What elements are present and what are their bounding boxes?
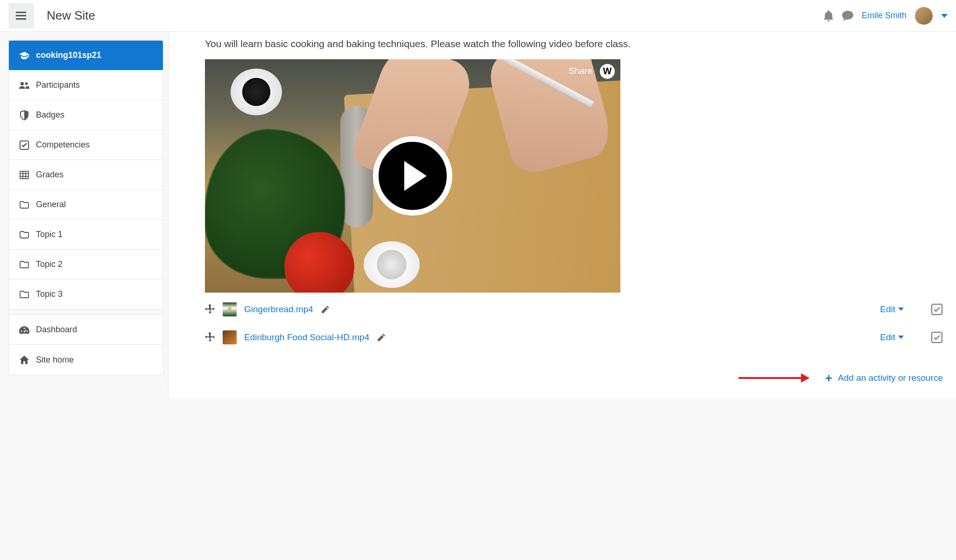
annotation-arrow bbox=[738, 377, 808, 379]
notifications-button[interactable] bbox=[823, 10, 834, 21]
speech-bubble-icon bbox=[842, 11, 853, 21]
svg-rect-6 bbox=[20, 171, 28, 179]
user-menu-name[interactable]: Emile Smith bbox=[862, 11, 907, 21]
video-scene-bowl bbox=[364, 241, 420, 288]
sidebar-item-course[interactable]: cooking101sp21 bbox=[9, 41, 163, 70]
sidebar-item-participants[interactable]: Participants bbox=[9, 70, 163, 100]
svg-rect-12 bbox=[932, 332, 942, 343]
folder-icon bbox=[19, 201, 29, 209]
caret-down-icon bbox=[898, 336, 904, 339]
folder-icon bbox=[19, 291, 29, 298]
tachometer-icon bbox=[19, 326, 29, 334]
checkbox-icon bbox=[931, 331, 943, 343]
video-scene-bowl bbox=[231, 69, 282, 115]
plus-icon: + bbox=[825, 371, 832, 385]
move-icon bbox=[205, 304, 215, 315]
video-provider-logo[interactable]: W bbox=[600, 64, 615, 79]
edit-menu-button[interactable]: Edit bbox=[880, 304, 904, 315]
resource-thumbnail bbox=[223, 302, 237, 316]
shield-icon bbox=[19, 110, 29, 120]
edit-label: Edit bbox=[880, 304, 895, 315]
sidebar-item-label: Participants bbox=[36, 80, 80, 90]
sidebar-item-label: Grades bbox=[36, 170, 63, 180]
pencil-icon bbox=[322, 306, 329, 313]
sidebar-item-label: Competencies bbox=[36, 140, 90, 150]
resource-row: Edinburgh Food Social-HD.mp4 Edit bbox=[205, 326, 943, 349]
user-menu-caret[interactable] bbox=[941, 14, 948, 18]
sidebar-item-site-home[interactable]: Site home bbox=[9, 345, 163, 375]
svg-rect-1 bbox=[16, 15, 26, 16]
folder-icon bbox=[19, 231, 29, 238]
sidebar-item-label: General bbox=[36, 200, 66, 210]
resource-link[interactable]: Edinburgh Food Social-HD.mp4 bbox=[244, 332, 369, 343]
video-embed[interactable]: Share W bbox=[205, 59, 620, 293]
resource-thumbnail bbox=[223, 330, 237, 344]
hamburger-button[interactable] bbox=[8, 3, 34, 28]
sidebar-item-topic-3[interactable]: Topic 3 bbox=[9, 280, 163, 309]
sidebar-item-competencies[interactable]: Competencies bbox=[9, 130, 163, 160]
svg-point-4 bbox=[25, 82, 28, 85]
edit-title-button[interactable] bbox=[378, 334, 385, 341]
svg-rect-2 bbox=[16, 18, 26, 20]
messages-button[interactable] bbox=[842, 11, 853, 21]
sidebar-item-grades[interactable]: Grades bbox=[9, 160, 163, 190]
edit-title-button[interactable] bbox=[322, 306, 329, 313]
svg-point-3 bbox=[21, 82, 24, 85]
graduation-cap-icon bbox=[19, 52, 29, 59]
sidebar-item-label: Dashboard bbox=[36, 325, 77, 335]
sidebar-item-topic-1[interactable]: Topic 1 bbox=[9, 220, 163, 250]
edit-menu-button[interactable]: Edit bbox=[880, 332, 904, 343]
video-play-button[interactable] bbox=[373, 136, 452, 216]
play-icon bbox=[404, 161, 427, 191]
svg-rect-0 bbox=[16, 12, 26, 13]
sidebar-item-dashboard[interactable]: Dashboard bbox=[9, 315, 163, 345]
check-square-icon bbox=[19, 140, 29, 150]
home-icon bbox=[19, 356, 29, 364]
completion-checkbox[interactable] bbox=[931, 303, 943, 315]
sidebar-item-general[interactable]: General bbox=[9, 190, 163, 220]
users-icon bbox=[19, 82, 29, 89]
grid-icon bbox=[19, 171, 29, 179]
sidebar-item-badges[interactable]: Badges bbox=[9, 100, 163, 130]
sidebar-item-label: Topic 3 bbox=[36, 289, 63, 299]
avatar[interactable] bbox=[915, 7, 933, 25]
section-description: You will learn basic cooking and baking … bbox=[205, 36, 653, 52]
bars-icon bbox=[16, 12, 26, 20]
sidebar-item-topic-2[interactable]: Topic 2 bbox=[9, 250, 163, 280]
checkbox-icon bbox=[931, 303, 943, 315]
site-brand[interactable]: New Site bbox=[47, 8, 95, 23]
sidebar-item-label: Site home bbox=[36, 355, 74, 365]
move-icon bbox=[205, 332, 215, 343]
folder-icon bbox=[19, 261, 29, 268]
caret-down-icon bbox=[898, 308, 904, 311]
caret-down-icon bbox=[941, 14, 948, 18]
resource-link[interactable]: Gingerbread.mp4 bbox=[244, 304, 313, 315]
sidebar-item-label: Topic 2 bbox=[36, 259, 63, 269]
move-handle[interactable] bbox=[205, 332, 215, 343]
bell-icon bbox=[823, 10, 834, 21]
sidebar-item-label: Badges bbox=[36, 110, 64, 120]
sidebar-item-label: Topic 1 bbox=[36, 230, 63, 239]
edit-label: Edit bbox=[880, 332, 895, 343]
completion-checkbox[interactable] bbox=[931, 331, 943, 343]
add-activity-button[interactable]: Add an activity or resource bbox=[838, 373, 943, 383]
sidebar-divider bbox=[9, 309, 163, 315]
pencil-icon bbox=[378, 334, 385, 341]
svg-rect-11 bbox=[932, 304, 942, 315]
move-handle[interactable] bbox=[205, 304, 215, 315]
video-share-button[interactable]: Share bbox=[569, 66, 592, 76]
sidebar-item-label: cooking101sp21 bbox=[36, 50, 101, 60]
resource-row: Gingerbread.mp4 Edit bbox=[205, 298, 943, 321]
